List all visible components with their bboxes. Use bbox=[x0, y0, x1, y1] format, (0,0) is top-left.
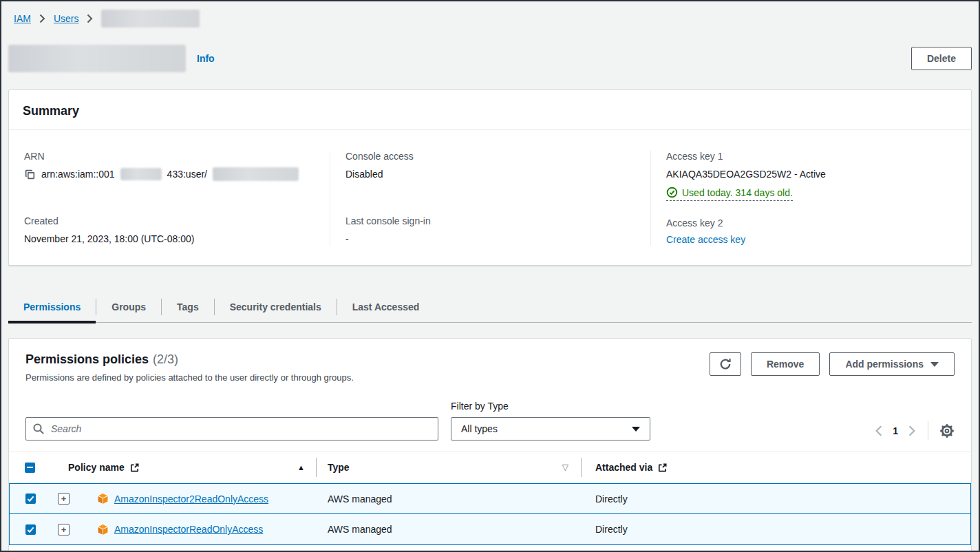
type-select-value: All types bbox=[461, 423, 498, 434]
arn-account-redacted bbox=[120, 168, 162, 180]
policy-type-cell: AWS managed bbox=[317, 524, 582, 535]
access-key-age-text: Used today. 314 days old. bbox=[682, 187, 793, 198]
copy-icon[interactable] bbox=[24, 169, 36, 180]
tab-permissions[interactable]: Permissions bbox=[8, 292, 96, 322]
last-signin-value: - bbox=[345, 232, 635, 246]
last-signin-label: Last console sign-in bbox=[345, 215, 635, 226]
caret-down-icon bbox=[632, 427, 640, 432]
page-header: Info Delete bbox=[8, 44, 972, 73]
type-select[interactable]: All types bbox=[451, 417, 650, 440]
table-row: + AmazonInspector2ReadOnlyAccess AWS man… bbox=[9, 483, 971, 514]
tab-tags[interactable]: Tags bbox=[162, 292, 214, 322]
delete-button[interactable]: Delete bbox=[911, 47, 972, 70]
next-page-icon[interactable] bbox=[907, 425, 917, 437]
search-icon bbox=[32, 423, 45, 437]
caret-down-icon bbox=[930, 362, 939, 367]
type-filter: Filter by Type All types bbox=[451, 401, 650, 440]
chevron-right-icon bbox=[87, 14, 93, 23]
search-box bbox=[25, 417, 438, 440]
summary-grid: ARN arn:aws:iam::001 433:user/ Created N… bbox=[9, 130, 971, 265]
attached-via-header[interactable]: Attached via bbox=[595, 462, 652, 473]
filter-by-type-label: Filter by Type bbox=[451, 401, 650, 412]
remove-button[interactable]: Remove bbox=[751, 352, 820, 376]
add-permissions-label: Add permissions bbox=[845, 359, 924, 370]
row-checkbox[interactable] bbox=[25, 493, 36, 504]
tab-groups[interactable]: Groups bbox=[96, 292, 161, 322]
filter-row: Filter by Type All types 1 bbox=[9, 383, 971, 452]
chevron-right-icon bbox=[39, 14, 45, 23]
summary-title: Summary bbox=[23, 104, 957, 118]
previous-page-icon[interactable] bbox=[874, 425, 884, 437]
refresh-icon bbox=[719, 358, 732, 370]
sort-descending-icon[interactable]: ▽ bbox=[562, 463, 568, 472]
arn-value-part2: 433:user/ bbox=[167, 167, 207, 181]
breadcrumb-iam[interactable]: IAM bbox=[14, 13, 31, 24]
info-link[interactable]: Info bbox=[197, 53, 215, 64]
refresh-button[interactable] bbox=[710, 352, 741, 376]
tab-last-accessed[interactable]: Last Accessed bbox=[337, 292, 435, 322]
summary-col-2: Console access Disabled Last console sig… bbox=[330, 151, 650, 246]
sort-ascending-icon[interactable]: ▲ bbox=[297, 463, 305, 471]
select-all-checkbox[interactable] bbox=[25, 463, 35, 473]
breadcrumb-users[interactable]: Users bbox=[54, 13, 79, 24]
policy-type-cell: AWS managed bbox=[317, 493, 582, 505]
console-access-value: Disabled bbox=[345, 167, 635, 181]
attached-via-cell: Directly bbox=[582, 524, 970, 535]
tab-bar: Permissions Groups Tags Security credent… bbox=[8, 292, 972, 323]
summary-col-3: Access key 1 AKIAQA35DEOA2GSD25W2 - Acti… bbox=[650, 151, 971, 246]
search-input[interactable] bbox=[25, 417, 438, 440]
created-value: November 21, 2023, 18:00 (UTC-08:00) bbox=[24, 232, 315, 246]
managed-policy-icon bbox=[97, 493, 109, 505]
permissions-policies-panel: Permissions policies(2/3) Permissions ar… bbox=[8, 338, 972, 552]
page-number[interactable]: 1 bbox=[893, 425, 898, 436]
access-key-2-label: Access key 2 bbox=[666, 217, 956, 229]
attached-via-cell: Directly bbox=[582, 493, 970, 505]
created-label: Created bbox=[24, 215, 315, 226]
panel-count: (2/3) bbox=[153, 352, 178, 366]
external-link-icon bbox=[657, 463, 668, 473]
table-header-row: Policy name ▲ Type ▽ Attached via bbox=[9, 452, 971, 483]
access-key-1-value: AKIAQA35DEOA2GSD25W2 - Active bbox=[666, 167, 956, 181]
page-title-redacted bbox=[8, 45, 186, 72]
summary-col-1: ARN arn:aws:iam::001 433:user/ Created N… bbox=[9, 151, 330, 246]
console-access-label: Console access bbox=[345, 151, 635, 162]
breadcrumb-username-redacted bbox=[101, 10, 200, 28]
summary-card: Summary ARN arn:aws:iam::001 433:user/ bbox=[8, 89, 972, 266]
add-permissions-button[interactable]: Add permissions bbox=[829, 352, 955, 376]
pager-divider bbox=[928, 421, 928, 440]
panel-description: Permissions are defined by policies atta… bbox=[25, 372, 354, 383]
arn-value-part1: arn:aws:iam::001 bbox=[41, 167, 115, 181]
expand-row-button[interactable]: + bbox=[58, 493, 70, 505]
summary-card-header: Summary bbox=[9, 90, 971, 130]
row-checkbox[interactable] bbox=[25, 524, 36, 535]
type-header[interactable]: Type bbox=[328, 462, 350, 473]
managed-policy-icon bbox=[97, 524, 109, 535]
indeterminate-icon bbox=[27, 467, 33, 468]
table-row: + AmazonInspectorReadOnlyAccess AWS mana… bbox=[9, 514, 971, 545]
access-key-1-status[interactable]: Used today. 314 days old. bbox=[666, 187, 793, 201]
access-key-1-label: Access key 1 bbox=[666, 151, 956, 162]
external-link-icon bbox=[129, 463, 140, 473]
create-access-key-link[interactable]: Create access key bbox=[666, 234, 745, 245]
panel-actions: Remove Add permissions bbox=[710, 352, 955, 376]
panel-title: Permissions policies bbox=[25, 352, 149, 366]
pagination: 1 bbox=[874, 421, 955, 440]
arn-label: ARN bbox=[24, 151, 315, 162]
settings-gear-icon[interactable] bbox=[939, 423, 955, 438]
check-icon bbox=[27, 526, 34, 533]
policy-name-link[interactable]: AmazonInspectorReadOnlyAccess bbox=[114, 524, 263, 535]
policy-name-header[interactable]: Policy name bbox=[68, 462, 125, 473]
breadcrumb: IAM Users bbox=[8, 1, 972, 28]
arn-username-redacted bbox=[213, 167, 299, 181]
iam-user-detail-page: IAM Users Info Delete Summary ARN bbox=[1, 1, 979, 552]
tab-security-credentials[interactable]: Security credentials bbox=[215, 292, 337, 322]
check-circle-icon bbox=[666, 187, 678, 198]
expand-row-button[interactable]: + bbox=[58, 524, 70, 535]
policy-name-link[interactable]: AmazonInspector2ReadOnlyAccess bbox=[114, 493, 268, 505]
check-icon bbox=[27, 495, 34, 502]
panel-head-text: Permissions policies(2/3) Permissions ar… bbox=[25, 352, 354, 383]
